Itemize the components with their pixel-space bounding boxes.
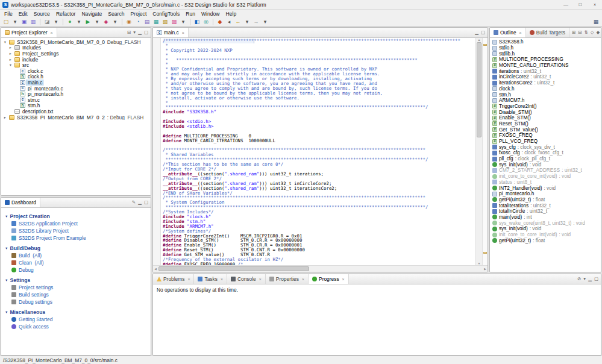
menu-edit[interactable]: Edit bbox=[16, 11, 31, 17]
view-menu-icon[interactable]: ▾ bbox=[133, 30, 136, 35]
project-tree[interactable]: ▾S32K358_PI_MonteCarlo_BM_M7_0_0 Debug_F… bbox=[1, 38, 151, 195]
outline-item-pll-cfg[interactable]: pll_cfg : clock_pll_cfg_t bbox=[490, 156, 601, 162]
tab-dashboard[interactable]: Dashboard bbox=[1, 198, 40, 207]
dashboard-section-title[interactable]: ▼Settings bbox=[5, 277, 151, 283]
menu-project[interactable]: Project bbox=[128, 11, 150, 17]
collapse-arrow-icon[interactable]: ▼ bbox=[5, 246, 8, 250]
close-icon[interactable]: × bbox=[51, 31, 53, 35]
outline-item-sys-cfg[interactable]: sys_cfg : clock_sys_div_t bbox=[490, 144, 601, 150]
tab-tasks[interactable]: Tasks× bbox=[194, 274, 227, 284]
maximize-icon[interactable]: ▢ bbox=[144, 30, 148, 35]
dashboard-link-build-all[interactable]: Build (All) bbox=[11, 253, 151, 259]
back-dropdown-icon[interactable]: ▾ bbox=[243, 18, 251, 26]
outline-item-enable-stm[interactable]: #Enable_STM() bbox=[490, 115, 601, 121]
search-icon[interactable]: ◎ bbox=[202, 18, 210, 26]
clocks-tool-icon[interactable]: ◔ bbox=[134, 18, 142, 26]
mark-occurrences-icon[interactable]: ◆ bbox=[216, 18, 224, 26]
twistie-icon[interactable]: ▾ bbox=[8, 63, 13, 67]
outline-item-armcm7-h[interactable]: ARMCM7.h bbox=[490, 98, 601, 104]
build-dropdown-icon[interactable]: ▾ bbox=[52, 18, 60, 26]
scroll-up-icon[interactable]: ▲ bbox=[478, 38, 481, 42]
outline-item-cm7-2-start-address[interactable]: CM7_2_START_ADDRESS : uint32_t bbox=[490, 168, 601, 174]
editor-horizontal-scrollbar[interactable]: ◀ ▶ bbox=[153, 265, 488, 272]
dashboard-link-clean-all[interactable]: Clean (All) bbox=[11, 260, 151, 266]
dashboard-link-project-settings[interactable]: Project settings bbox=[11, 284, 151, 290]
collapse-arrow-icon[interactable]: ▼ bbox=[5, 215, 8, 218]
outline-item-sys-wake-core-uint8-t-uint32-t[interactable]: sys_wake_core(uint8_t, uint32_t) : void bbox=[490, 220, 601, 226]
tree-item-project-settings[interactable]: ▸Project_Settings bbox=[1, 51, 151, 57]
external-tools-icon[interactable]: ◈ bbox=[102, 18, 110, 26]
outline-item-sys-init-void[interactable]: sys_init(void) : void bbox=[490, 162, 601, 168]
outline-list[interactable]: S32K358.hstdio.hstdlib.h#MULTICORE_PROCE… bbox=[490, 38, 601, 272]
annotation-mark[interactable] bbox=[483, 252, 487, 254]
menu-configtools[interactable]: ConfigTools bbox=[149, 11, 183, 17]
annotation-mark[interactable] bbox=[483, 44, 487, 46]
outline-item-stdlib-h[interactable]: stdlib.h bbox=[490, 51, 601, 57]
outline-item-reset-stm[interactable]: #Reset_STM() bbox=[490, 121, 601, 127]
code-editor[interactable]: /***************************************… bbox=[161, 38, 475, 265]
menu-file[interactable]: File bbox=[1, 11, 16, 17]
tree-item-pi-montecarlo-c[interactable]: cpi_montecarlo.c bbox=[1, 86, 151, 92]
clear-completed-icon[interactable]: ⊘ bbox=[577, 277, 581, 281]
close-icon[interactable]: × bbox=[302, 277, 304, 281]
tree-item-description-txt[interactable]: description.txt bbox=[1, 108, 151, 115]
build-all-icon[interactable]: ◪ bbox=[43, 18, 51, 26]
annotation-ruler[interactable] bbox=[153, 38, 161, 265]
tree-item-s32k358-pi-montecarlo-bm-m7-0-0[interactable]: ▾S32K358_PI_MonteCarlo_BM_M7_0_0 Debug_F… bbox=[1, 39, 151, 45]
config-tools-dropdown-icon[interactable]: ▾ bbox=[179, 18, 187, 26]
minimize-icon[interactable]: ▁ bbox=[138, 200, 142, 205]
outline-item-getpi-uint32-t[interactable]: getPi(uint32_t) : float bbox=[490, 197, 601, 203]
outline-item-sys-init-void[interactable]: sys_init(void) : void bbox=[490, 226, 601, 232]
dashboard-link-s32ds-project-from-example[interactable]: S32DS Project From Example bbox=[11, 235, 151, 241]
close-icon[interactable]: × bbox=[259, 277, 262, 281]
dashboard-link-quick-access[interactable]: Quick access bbox=[11, 324, 151, 330]
tree-item-clock-h[interactable]: hclock.h bbox=[1, 74, 151, 80]
back-icon[interactable]: ← bbox=[234, 18, 242, 26]
outline-item-iterationscore2[interactable]: iterationsCore2 : uint32_t bbox=[490, 80, 601, 86]
outline-item-stm-h[interactable]: stm.h bbox=[490, 92, 601, 98]
tree-item-src[interactable]: ▾src bbox=[1, 62, 151, 68]
outline-item-pll-vco-freq[interactable]: #PLL_VCO_FREQ bbox=[490, 139, 601, 145]
outline-item-getpi-uint32-t[interactable]: getPi(uint32_t) : float bbox=[490, 237, 601, 243]
outline-item-init-core-to-core-int-void[interactable]: init_core_to_core_int(void) : void bbox=[490, 232, 601, 238]
forward-dropdown-icon[interactable]: ▾ bbox=[261, 18, 269, 26]
tree-item-main-c[interactable]: cmain.c bbox=[1, 80, 151, 86]
horizontal-scroll-thumb[interactable] bbox=[158, 266, 309, 271]
pins-tool-icon[interactable]: ◉ bbox=[125, 18, 133, 26]
hide-fields-icon[interactable]: ◇ bbox=[591, 30, 594, 35]
scroll-left-icon[interactable]: ◀ bbox=[154, 267, 157, 271]
ivt-tool-icon[interactable]: ▧ bbox=[161, 18, 169, 26]
close-icon[interactable]: × bbox=[342, 277, 345, 281]
close-icon[interactable]: × bbox=[519, 31, 522, 35]
tab-properties[interactable]: Properties× bbox=[266, 274, 309, 284]
minimize-icon[interactable]: ▁ bbox=[475, 30, 478, 35]
maximize-icon[interactable]: ▢ bbox=[594, 277, 598, 281]
tree-item-s32k358-pi-montecarlo-bm-m7-0-2[interactable]: ▸S32K358_PI_MonteCarlo_BM_M7_0_2: Debug_… bbox=[1, 115, 151, 121]
tab-console[interactable]: Console× bbox=[227, 274, 266, 284]
minimize-button[interactable]: — bbox=[559, 0, 573, 9]
close-icon[interactable]: × bbox=[221, 277, 223, 281]
view-menu-icon[interactable]: ▾ bbox=[583, 277, 586, 281]
tree-item-include[interactable]: ▸include bbox=[1, 57, 151, 63]
outline-item-pi-montecarlo-h[interactable]: pi_montecarlo.h bbox=[490, 191, 601, 197]
run-dropdown-icon[interactable]: ▾ bbox=[93, 18, 101, 26]
scroll-right-icon[interactable]: ▶ bbox=[484, 267, 486, 271]
tab-progress[interactable]: Progress× bbox=[309, 274, 349, 284]
minimize-icon[interactable]: ▁ bbox=[588, 277, 592, 281]
outline-item-status[interactable]: status : uint8_t bbox=[490, 180, 601, 186]
menu-run[interactable]: Run bbox=[183, 11, 198, 17]
outline-item-main-void[interactable]: main(void) : int bbox=[490, 215, 601, 221]
menu-window[interactable]: Window bbox=[198, 11, 223, 17]
outline-item-multicore-processing[interactable]: #MULTICORE_PROCESSING bbox=[490, 57, 601, 63]
maximize-icon[interactable]: ▢ bbox=[144, 200, 148, 205]
peripherals-tool-icon[interactable]: ▤ bbox=[143, 18, 151, 26]
menu-refactor[interactable]: Refactor bbox=[53, 11, 78, 17]
outline-item-init-core-to-core-int-void[interactable]: init_core_to_core_int(void) : void bbox=[490, 174, 601, 180]
menu-search[interactable]: Search bbox=[105, 11, 127, 17]
save-icon[interactable]: ▣ bbox=[20, 18, 28, 26]
overview-ruler[interactable] bbox=[482, 38, 488, 265]
dashboard-link-debug[interactable]: Debug bbox=[11, 267, 151, 273]
close-icon[interactable]: × bbox=[182, 31, 184, 35]
qspi-tool-icon[interactable]: ▨ bbox=[170, 18, 178, 26]
outline-item-fxosc-freq[interactable]: #FXOSC_FREQ bbox=[490, 133, 601, 139]
